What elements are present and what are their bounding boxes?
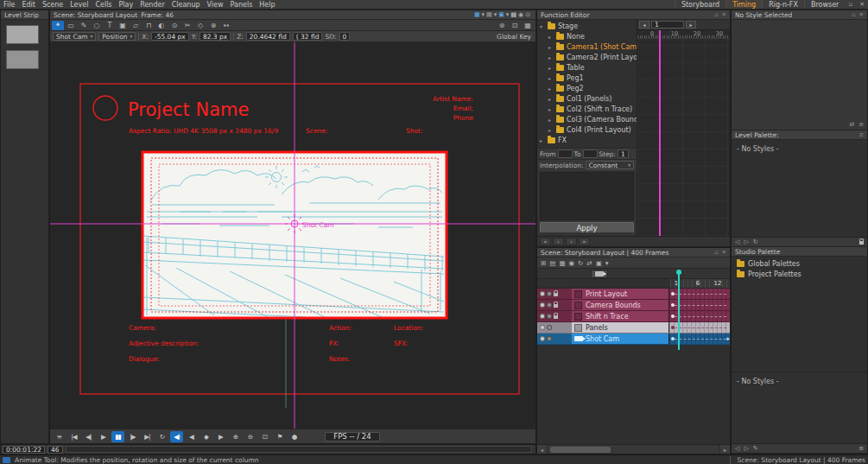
column-header[interactable]: Print Layout	[572, 289, 668, 299]
expression-box[interactable]	[540, 172, 634, 220]
new-level-icon[interactable]: ⊞	[541, 259, 546, 267]
caret-closed-icon[interactable]: ▸	[548, 54, 554, 60]
pause-button[interactable]: ▮▮	[111, 431, 124, 442]
close-window-icon[interactable]: ✕	[856, 1, 868, 8]
camera-toggle-icon[interactable]: ◉	[568, 259, 574, 267]
caret-closed-icon[interactable]: ▸	[548, 44, 554, 50]
level-thumbnail[interactable]	[6, 25, 39, 44]
camera-caret-icon[interactable]: ▾	[506, 11, 509, 18]
column-row-shift-n-trace[interactable]: Shift n Trace	[537, 311, 730, 322]
frame-back-button[interactable]: ◂	[639, 21, 649, 29]
camstand-visible-icon[interactable]	[547, 336, 552, 341]
page-prev-icon[interactable]: ◁	[735, 445, 739, 452]
style-menu-icon[interactable]: ≡	[858, 121, 864, 128]
close-panel-icon[interactable]: ✕	[859, 11, 864, 18]
caret-closed-icon[interactable]: ▸	[548, 86, 554, 92]
preview-visible-icon[interactable]	[540, 302, 545, 308]
first-key-button[interactable]: «	[540, 238, 551, 245]
sub-camera-preview-icon[interactable]: ⊙	[525, 11, 529, 18]
close-panel-icon[interactable]: ✕	[722, 249, 726, 256]
type-tool-button[interactable]: T	[104, 21, 116, 30]
preview-visible-icon[interactable]	[540, 314, 545, 319]
xsheet-empty-area[interactable]	[537, 345, 730, 444]
preset-combo[interactable]: Shot Cam ▾	[53, 32, 96, 41]
loop-button[interactable]: ↻	[155, 431, 168, 442]
studio-menu-icon[interactable]: ≡	[858, 445, 864, 452]
tree-item-peg2[interactable]: ▸Peg2	[537, 83, 637, 93]
tape-tool-button[interactable]: ⊓	[143, 21, 155, 30]
page-next-icon[interactable]: ▷	[744, 445, 748, 452]
tree-item-col3[interactable]: ▸Col3 (Camera Bounds)	[537, 114, 637, 124]
menu-view[interactable]: View	[204, 1, 227, 9]
style-picker-tool-button[interactable]: ◐	[155, 21, 168, 30]
next-key-button[interactable]: ▶	[214, 431, 227, 442]
current-frame-marker[interactable]	[678, 274, 680, 350]
prev-frame-button[interactable]: ◀|	[82, 431, 95, 442]
global-key-toggle[interactable]: Global Key	[497, 33, 533, 41]
z-field[interactable]: 20.4642 fld	[246, 32, 290, 41]
scroll-left-icon[interactable]: ◂	[537, 445, 548, 454]
to-field[interactable]	[583, 149, 598, 158]
menu-panels[interactable]: Panels	[227, 1, 257, 9]
eraser-tool-button[interactable]: ▱	[130, 21, 142, 30]
settings-icon[interactable]: ▣	[596, 259, 602, 267]
menu-scene[interactable]: Scene	[39, 1, 67, 9]
float-panel-icon[interactable]: ▫	[714, 249, 718, 256]
current-frame-line[interactable]	[659, 30, 661, 236]
edit-icon[interactable]: ✎	[753, 445, 758, 452]
cutter-tool-button[interactable]: ✂	[181, 21, 193, 30]
new-raster-level-icon[interactable]: ▦	[559, 259, 565, 267]
new-vector-level-icon[interactable]: ▤	[549, 259, 555, 267]
float-panel-icon[interactable]: ▫	[714, 11, 718, 18]
zoom-tool-button[interactable]: ⊕	[207, 21, 219, 30]
preview-visible-icon[interactable]	[540, 291, 545, 296]
mode-combo[interactable]: Position ▾	[98, 32, 136, 41]
studio-palette-styles[interactable]: - No Styles -	[732, 372, 867, 443]
current-frame-field[interactable]: 46	[48, 446, 63, 454]
lock-icon[interactable]	[554, 293, 558, 296]
lock-icon[interactable]	[554, 315, 558, 319]
preview-icon[interactable]: ◉	[518, 11, 523, 18]
tree-item-fx[interactable]: ▸FX	[537, 135, 637, 145]
view-caret-icon[interactable]: ▾	[482, 11, 485, 18]
scrollbar-thumb[interactable]	[550, 447, 611, 453]
column-header[interactable]: Shift n Trace	[572, 311, 668, 321]
xsheet-frame-ruler[interactable]: 1 6 12	[537, 279, 730, 289]
close-panel-icon[interactable]: ✕	[722, 11, 726, 18]
palette-menu-icon[interactable]: ≡	[859, 131, 864, 138]
frame-ruler[interactable]: 0 10 20 30	[637, 30, 730, 39]
timecode-field[interactable]: 0:00:01:22	[3, 446, 45, 454]
column-row-camera-bounds[interactable]: Camera Bounds	[537, 300, 730, 311]
rgb-picker-tool-button[interactable]: ⊙	[168, 21, 181, 30]
lock-icon[interactable]	[554, 304, 558, 308]
menu-file[interactable]: File	[0, 1, 18, 9]
animate-tool-button[interactable]: ⌖	[52, 21, 64, 30]
camstand-visible-icon[interactable]	[547, 291, 552, 296]
swap-colors-icon[interactable]: ⇄	[849, 121, 854, 128]
hand-tool-button[interactable]: ↔	[220, 21, 232, 30]
interpolation-combo[interactable]: Constant ▾	[586, 161, 634, 169]
tree-item-col4[interactable]: ▸Col4 (Print Layout)	[537, 124, 637, 135]
lock-icon[interactable]	[859, 241, 864, 245]
frame-slider-track[interactable]	[66, 446, 532, 453]
menu-level[interactable]: Level	[67, 1, 92, 9]
last-key-button[interactable]: »	[579, 238, 590, 245]
sound-button[interactable]: ◀)	[170, 431, 183, 442]
y-field[interactable]: 82.3 px	[200, 32, 231, 41]
column-row-panels[interactable]: Panels	[537, 322, 730, 334]
room-tab-rig-n-fx[interactable]: Rig-n-FX	[762, 0, 804, 9]
camstand-visible-icon[interactable]	[547, 325, 552, 330]
last-frame-button[interactable]: ▶|	[141, 431, 154, 442]
grid-caret-icon[interactable]: ▾	[494, 11, 497, 18]
next-frame-button[interactable]: |▶	[126, 431, 139, 442]
control-point-tool-button[interactable]: ◇	[194, 21, 206, 30]
preview-visible-icon[interactable]	[540, 336, 545, 341]
room-tab-timing[interactable]: Timing	[725, 0, 762, 9]
curve-graph[interactable]	[637, 39, 730, 236]
column-header[interactable]: Camera Bounds	[572, 300, 668, 310]
column-header[interactable]: Panels	[572, 322, 668, 333]
set-key-button[interactable]: ◆	[200, 431, 212, 442]
play-button[interactable]: ▶	[97, 431, 110, 442]
prev-key-button[interactable]: ◀	[185, 431, 198, 442]
float-panel-icon[interactable]: ▫	[852, 11, 855, 18]
